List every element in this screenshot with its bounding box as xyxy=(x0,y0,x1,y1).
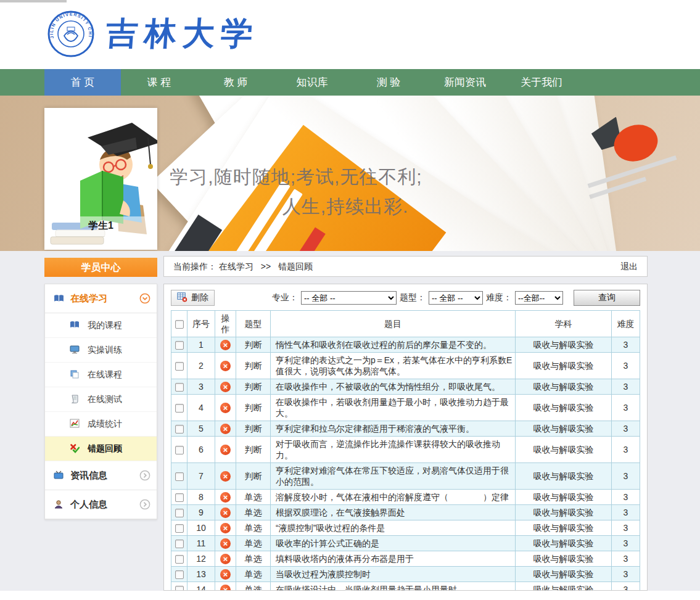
row-checkbox[interactable] xyxy=(175,383,184,392)
sidebar-member-center-header[interactable]: 学员中心 xyxy=(44,258,157,277)
row-checkbox[interactable] xyxy=(175,472,184,481)
filter-major-select[interactable]: -- 全部 -- xyxy=(301,291,397,305)
sidebar-sub-item[interactable]: 在线课程 xyxy=(45,363,157,387)
delete-row-icon[interactable]: × xyxy=(220,492,231,503)
sidebar-item-online-study[interactable]: 在线学习 xyxy=(45,284,157,313)
delete-row-icon[interactable]: × xyxy=(220,538,231,549)
cell-difficulty: 3 xyxy=(612,567,640,582)
delete-row-icon[interactable]: × xyxy=(220,523,231,533)
nav-item[interactable]: 课 程 xyxy=(121,69,197,96)
query-button[interactable]: 查询 xyxy=(574,290,640,306)
cell-no: 9 xyxy=(187,505,215,520)
sidebar-sub-item[interactable]: 我的课程 xyxy=(45,313,157,338)
delete-row-icon[interactable]: × xyxy=(220,424,231,434)
chevron-right-icon[interactable] xyxy=(139,470,150,481)
filter-qtype-label: 题型： xyxy=(400,292,426,303)
sidebar-sub-item[interactable]: 在线测试 xyxy=(45,387,157,412)
cell-question-type: 单选 xyxy=(236,582,271,591)
footer-strip xyxy=(0,591,700,600)
filter-major-label: 专业： xyxy=(272,292,298,303)
cell-action: × xyxy=(215,463,236,490)
row-checkbox[interactable] xyxy=(175,524,184,533)
chart-icon xyxy=(70,419,80,429)
cell-action: × xyxy=(215,490,236,505)
row-checkbox[interactable] xyxy=(175,540,184,548)
toolbar: 删除 专业： -- 全部 -- 题型： -- 全部 -- 难度： --全部-- … xyxy=(171,289,640,306)
table-row: 5 × 判断 亨利定律和拉乌尔定律都适用于稀溶液的气液平衡。 吸收与解吸实验 3 xyxy=(171,421,640,437)
breadcrumb-section: 在线学习 xyxy=(219,261,253,271)
filter-qtype-select[interactable]: -- 全部 -- xyxy=(429,291,483,305)
table-row: 11 × 单选 吸收率的计算公式正确的是 吸收与解吸实验 3 xyxy=(171,536,640,551)
row-checkbox[interactable] xyxy=(175,404,184,413)
nav-items: 首 页 课 程 教 师 知识库 测 验 新闻资讯 关于我们 xyxy=(44,69,700,96)
cell-action: × xyxy=(215,582,236,591)
cell-question-type: 单选 xyxy=(236,551,271,567)
select-all-checkbox[interactable] xyxy=(175,320,184,329)
checkbox-cell xyxy=(171,551,187,567)
cell-question: 填料吸收塔内的液体再分布器是用于 xyxy=(271,551,516,567)
sidebar-sub-item[interactable]: 实操训练 xyxy=(45,338,157,363)
delete-row-icon[interactable]: × xyxy=(220,508,231,518)
logout-link[interactable]: 退出 xyxy=(620,257,638,276)
person-icon xyxy=(54,499,64,510)
cell-no: 13 xyxy=(187,567,215,582)
delete-row-icon[interactable]: × xyxy=(220,445,231,455)
table-row: 2 × 判断 亨利定律的表达式之一为p＝Ex，若某气体在水中的亨利系数E值很大，… xyxy=(171,353,640,379)
checkbox-cell xyxy=(171,337,187,353)
chevron-right-icon[interactable] xyxy=(139,499,150,510)
table-body: 1 × 判断 惰性气体和吸收剂在吸收过程的前后的摩尔量是不变的。 吸收与解吸实验… xyxy=(171,337,640,591)
table-row: 3 × 判断 在吸收操作中，不被吸收的气体为惰性组分，即吸收尾气。 吸收与解吸实… xyxy=(171,379,640,395)
delete-row-icon[interactable]: × xyxy=(220,585,231,591)
table-row: 1 × 判断 惰性气体和吸收剂在吸收过程的前后的摩尔量是不变的。 吸收与解吸实验… xyxy=(171,337,640,353)
chevron-down-icon[interactable] xyxy=(139,293,150,304)
cell-question-type: 单选 xyxy=(236,490,271,505)
table-header-cell: 序号 xyxy=(187,311,215,337)
row-checkbox[interactable] xyxy=(175,509,184,517)
delete-row-icon[interactable]: × xyxy=(220,340,231,350)
row-checkbox[interactable] xyxy=(175,425,184,434)
row-checkbox[interactable] xyxy=(175,493,184,502)
cell-no: 6 xyxy=(187,437,215,463)
delete-row-icon[interactable]: × xyxy=(220,382,231,392)
delete-row-icon[interactable]: × xyxy=(220,471,231,482)
cell-subject: 吸收与解吸实验 xyxy=(516,567,612,582)
cell-action: × xyxy=(215,379,236,395)
sidebar-sub-item[interactable]: 成绩统计 xyxy=(45,412,157,437)
nav-item[interactable]: 关于我们 xyxy=(503,69,580,96)
filter-difficulty-select[interactable]: --全部-- xyxy=(515,291,563,305)
row-checkbox[interactable] xyxy=(175,446,184,454)
nav-item[interactable]: 教 师 xyxy=(197,69,274,96)
delete-row-icon[interactable]: × xyxy=(220,554,231,564)
delete-row-icon[interactable]: × xyxy=(220,569,231,580)
cell-subject: 吸收与解吸实验 xyxy=(516,582,612,591)
sidebar-sub-item-label: 实操训练 xyxy=(88,345,122,356)
cell-no: 12 xyxy=(187,551,215,567)
nav-item[interactable]: 新闻资讯 xyxy=(427,69,503,96)
checkbox-cell xyxy=(171,490,187,505)
nav-item[interactable]: 知识库 xyxy=(274,69,350,96)
row-checkbox[interactable] xyxy=(175,341,184,350)
cell-action: × xyxy=(215,505,236,520)
delete-row-icon[interactable]: × xyxy=(220,403,231,413)
university-seal-logo: JILIN UNIVERSITY CHINA xyxy=(47,10,95,58)
university-name: 吉林大学 xyxy=(105,12,261,55)
sidebar-item[interactable]: 资讯信息 xyxy=(45,461,157,490)
table-header-cell: 题目 xyxy=(271,311,516,337)
svg-text:JILIN UNIVERSITY CHINA: JILIN UNIVERSITY CHINA xyxy=(47,10,93,39)
delete-button[interactable]: 删除 xyxy=(171,290,215,306)
row-checkbox[interactable] xyxy=(175,586,184,591)
cell-question-type: 单选 xyxy=(236,567,271,582)
table-row: 14 × 单选 在吸收塔设计中，当吸收剂用量趋于最小用量时 吸收与解吸实验 3 xyxy=(171,582,640,591)
sidebar-sub-item[interactable]: 错题回顾 xyxy=(45,437,157,461)
delete-row-icon[interactable]: × xyxy=(220,361,231,371)
sidebar-item[interactable]: 个人信息 xyxy=(45,490,157,519)
questions-table: 序号操作题型题目学科难度 1 × 判断 惰性气体和吸收剂在吸收过程的前后的摩尔量… xyxy=(171,310,640,591)
cell-subject: 吸收与解吸实验 xyxy=(516,337,612,353)
row-checkbox[interactable] xyxy=(175,362,184,371)
table-header-cell: 学科 xyxy=(516,311,612,337)
row-checkbox[interactable] xyxy=(175,555,184,564)
cell-action: × xyxy=(215,520,236,536)
nav-item[interactable]: 首 页 xyxy=(44,69,121,96)
nav-item[interactable]: 测 验 xyxy=(350,69,427,96)
row-checkbox[interactable] xyxy=(175,570,184,579)
